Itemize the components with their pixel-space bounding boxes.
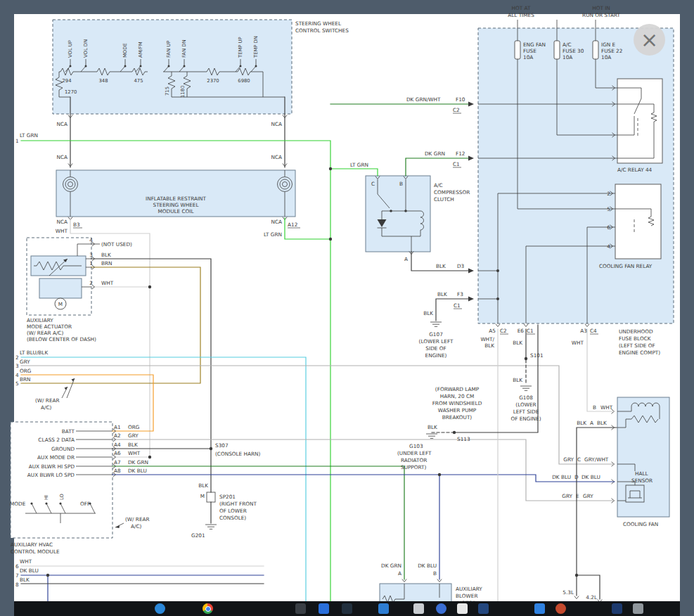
- taskbar-icon-app2[interactable]: [295, 603, 306, 614]
- f12-terminal: F12: [456, 150, 465, 157]
- g107-label: G107: [429, 331, 443, 338]
- row2-number: 2: [15, 354, 19, 361]
- taskbar-icon-app3[interactable]: [319, 603, 329, 614]
- act-pin2: 2: [89, 280, 93, 286]
- taskbar-icon-app13[interactable]: [633, 603, 643, 614]
- resistor-6980: 6980: [238, 78, 250, 84]
- comp-caption-1: A/C: [434, 182, 443, 188]
- hall-label-1: HALL: [635, 470, 649, 477]
- hot-in-1: HOT IN: [592, 5, 610, 11]
- a5-wire-2: BLK: [484, 342, 494, 349]
- row4-number: 4: [15, 372, 19, 378]
- sp201-wire-color: BLK: [198, 482, 208, 489]
- fuse3-3: 10A: [601, 54, 611, 60]
- act-caption-1: AUXILIARY: [27, 317, 53, 323]
- f3-connector: C1: [454, 302, 461, 309]
- mod-label-blwrhi: AUX BLWR HI SPD: [29, 463, 75, 470]
- pin-a5: A5: [489, 328, 496, 334]
- steering-title-1: STEERING WHEEL: [295, 20, 342, 27]
- taskbar-icon-app5[interactable]: [378, 603, 389, 614]
- sp201-m: M: [200, 493, 205, 499]
- taskbar-icon-app7[interactable]: [436, 603, 446, 614]
- cfr-pin-2: 2: [607, 191, 610, 197]
- switch-label-temp-up: TEMP UP: [238, 37, 243, 58]
- s307-label: S307: [215, 442, 229, 449]
- nca-label: NCA: [56, 154, 68, 160]
- row8-number: 8: [15, 582, 19, 588]
- close-button[interactable]: ×: [634, 24, 665, 56]
- s113-label: S113: [457, 436, 470, 442]
- row6-color: WHT: [20, 558, 32, 565]
- ac-compressor-clutch-box: [366, 176, 430, 252]
- taskbar-icon-app10[interactable]: [534, 603, 545, 614]
- cfr-pin-5: 5: [607, 206, 610, 212]
- fan-e-wire-2: GRY: [583, 493, 593, 499]
- pin-e6-conn: C1: [527, 328, 534, 334]
- mod-label-batt: BATT: [62, 428, 75, 435]
- taskbar-icon-app9[interactable]: [478, 603, 489, 614]
- fwd-note-5: BREAKOUT): [442, 414, 473, 421]
- g103-wire-color: BLK: [428, 424, 437, 430]
- resistor-294: 294: [63, 78, 72, 84]
- fuse3-1: IGN E: [601, 41, 616, 48]
- fan-c-wire-1: GRY: [563, 456, 574, 463]
- switch-label-fan-up: FAN UP: [166, 41, 172, 58]
- mod-pin-a1-color: ORG: [128, 424, 140, 430]
- resistor-475: 475: [134, 78, 143, 84]
- taskbar-icon-app12[interactable]: [612, 603, 622, 614]
- coil-ltgrn-label: LT GRN: [264, 231, 282, 238]
- taskbar-icon-app4[interactable]: [342, 603, 352, 614]
- nca-label: NCA: [56, 121, 68, 127]
- act-pin2-color: WHT: [101, 280, 114, 286]
- switch-label-vol-up: VOL UP: [68, 40, 73, 58]
- cooling-fan-relay-box: [610, 184, 662, 259]
- sp201-loc-3: CONSOLE): [219, 515, 246, 521]
- pin-b3: B3: [73, 222, 80, 228]
- mod-pin-a7-color: DK GRN: [128, 459, 148, 466]
- nca-label: NCA: [271, 121, 282, 127]
- fan-pin-a: A: [590, 420, 593, 426]
- f12-color: DK GRN: [425, 150, 445, 157]
- taskbar-icon-app11[interactable]: [555, 603, 566, 614]
- comp-caption-3: CLUTCH: [434, 196, 454, 203]
- fuse1-2: FUSE: [523, 48, 536, 54]
- mod-label-class2: CLASS 2 DATA: [38, 437, 75, 443]
- f10-color: DK GRN/WHT: [406, 96, 441, 103]
- cfr-label: COOLING FAN RELAY: [599, 263, 653, 269]
- taskbar-icon-browser[interactable]: [203, 603, 213, 614]
- g201-label: G201: [191, 532, 205, 539]
- wiring-diagram: STEERING WHEEL CONTROL SWITCHES VOL UP V…: [0, 0, 694, 616]
- row2-color: LT BLU/BLK: [20, 349, 48, 356]
- mod-pin-a8-color: DK BLU: [128, 468, 147, 474]
- row7-color: DK BLU: [20, 567, 39, 574]
- resistor-348: 348: [99, 78, 108, 84]
- taskbar-icon-app8[interactable]: [457, 603, 468, 614]
- f10-connector: C2: [453, 107, 460, 113]
- fan-a-wire-2: BLK: [597, 420, 607, 426]
- taskbar-icon-app6[interactable]: [413, 603, 424, 614]
- blower-b-wire: DK BLU: [418, 563, 437, 569]
- hot-in-2: RUN OR START: [582, 12, 620, 18]
- pin-a3-conn: C4: [590, 328, 597, 334]
- fuse2-3: 10A: [563, 54, 572, 60]
- g103-loc-2: RADIATOR: [401, 457, 427, 463]
- row6-number: 6: [15, 563, 19, 570]
- sp201-label: SP201: [219, 494, 236, 500]
- fan-pin-b: B: [593, 404, 596, 411]
- hot-at-1: HOT AT: [512, 5, 531, 11]
- mod-switch-lo: LO: [59, 494, 65, 500]
- row5-color: BRN: [20, 376, 31, 383]
- g107-loc-3: ENGINE): [425, 352, 447, 359]
- blower-pin-a: A: [398, 570, 401, 577]
- act-caption-2: MODE ACTUATOR: [27, 323, 72, 330]
- g107-loc-2: SIDE OF: [425, 345, 446, 352]
- blower-caption-1: AUXILIARY: [456, 586, 482, 592]
- fuse1-3: 10A: [523, 54, 533, 60]
- g103-loc-1: (UNDER LEFT: [397, 450, 432, 456]
- sp201-loc-1: (RIGHT FRONT: [219, 501, 257, 507]
- taskbar-icon-app1[interactable]: [155, 603, 165, 614]
- cfr-pin-4: 4: [607, 243, 610, 250]
- s307-location: (CONSOLE HARN): [215, 451, 261, 457]
- g103-loc-3: SUPPORT): [401, 464, 427, 470]
- coil-caption-1: INFLATABLE RESTRAINT: [146, 195, 206, 202]
